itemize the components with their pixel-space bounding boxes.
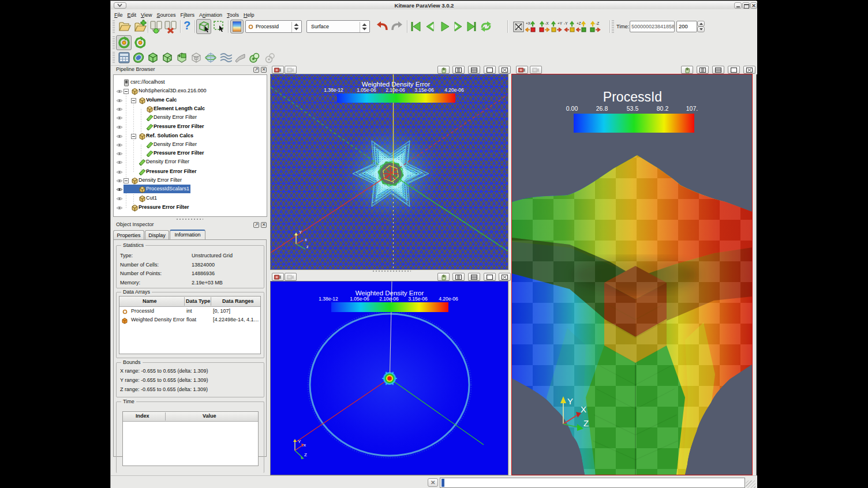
svg-text:-Z: -Z [596, 21, 599, 25]
svg-text:z: z [306, 245, 309, 249]
svg-text:Y: Y [299, 230, 302, 234]
svg-text:107.: 107. [686, 105, 698, 112]
svg-text:1.05e-06: 1.05e-06 [357, 87, 376, 93]
svg-text:4.20e-06: 4.20e-06 [439, 296, 458, 302]
svg-text:53.5: 53.5 [627, 105, 639, 112]
svg-text:+Z: +Z [577, 21, 581, 25]
svg-text:+X: +X [526, 21, 531, 25]
svg-text:-Y: -Y [564, 21, 568, 25]
svg-text:Z: Z [304, 452, 307, 457]
svg-text:80.2: 80.2 [657, 105, 669, 112]
svg-text:x: x [305, 238, 307, 242]
svg-text:1.38e-12: 1.38e-12 [324, 87, 343, 93]
svg-text:26.8: 26.8 [596, 105, 608, 112]
svg-text:1.38e-12: 1.38e-12 [319, 296, 338, 302]
svg-text:1.05e-06: 1.05e-06 [350, 296, 369, 302]
svg-text:ProcessId: ProcessId [603, 89, 662, 104]
svg-text:3.15e-06: 3.15e-06 [414, 87, 434, 93]
svg-text:Y: Y [567, 396, 573, 406]
svg-text:2.10e-06: 2.10e-06 [386, 87, 405, 93]
svg-text:x: x [304, 442, 306, 448]
svg-text:Z: Z [583, 418, 589, 428]
svg-text:+Y: +Y [558, 21, 563, 25]
svg-text:-X: -X [545, 21, 549, 25]
svg-text:X: X [581, 404, 586, 414]
svg-text:Y: Y [298, 439, 301, 444]
svg-text:4.20e-06: 4.20e-06 [444, 87, 464, 93]
svg-text:3.15e-06: 3.15e-06 [408, 296, 428, 302]
svg-text:2.10e-06: 2.10e-06 [379, 296, 399, 302]
svg-text:0.00: 0.00 [566, 105, 578, 112]
